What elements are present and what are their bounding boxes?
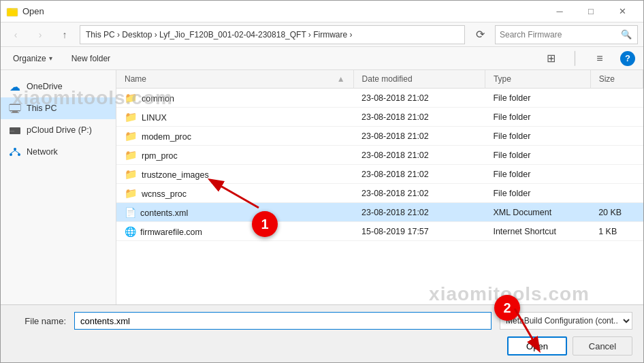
- table-row[interactable]: 📁modem_proc 23-08-2018 21:02 File folder: [116, 127, 643, 146]
- forward-button[interactable]: ›: [31, 25, 50, 44]
- pcloud-icon: ─: [9, 124, 21, 136]
- cell-date: 23-08-2018 21:02: [353, 146, 485, 165]
- cell-name: 📁modem_proc: [116, 127, 353, 146]
- up-button[interactable]: ↑: [55, 25, 74, 44]
- svg-point-9: [18, 153, 20, 156]
- cell-date: 23-08-2018 21:02: [353, 165, 485, 184]
- table-row[interactable]: 📄contents.xml 23-08-2018 21:02 XML Docum…: [116, 203, 643, 222]
- search-input[interactable]: [500, 30, 619, 40]
- cell-size: 20 KB: [590, 203, 643, 222]
- cell-date: 23-08-2018 21:02: [353, 127, 485, 146]
- view-toggle-button[interactable]: ⊞: [542, 49, 561, 68]
- dialog-icon: [6, 5, 18, 18]
- cell-type: XML Document: [485, 203, 590, 222]
- bottom-bar: File name: MetaBuild Configuration (cont…: [1, 304, 643, 362]
- refresh-button[interactable]: ⟳: [470, 25, 489, 44]
- cell-date: 23-08-2018 21:02: [353, 89, 485, 108]
- col-name[interactable]: Name ▲: [116, 70, 353, 89]
- cell-name: 📁common: [116, 89, 353, 108]
- filename-label: File name:: [12, 316, 66, 326]
- cell-size: [590, 165, 643, 184]
- sidebar: ☁ OneDrive This PC: [1, 70, 116, 304]
- close-button[interactable]: ✕: [607, 1, 638, 22]
- cancel-button[interactable]: Cancel: [573, 336, 632, 356]
- window-controls: ─ □ ✕: [544, 1, 638, 22]
- cell-type: File folder: [485, 108, 590, 127]
- onedrive-icon: ☁: [9, 80, 21, 93]
- filename-input[interactable]: [74, 312, 492, 330]
- table-row[interactable]: 📁trustzone_images 23-08-2018 21:02 File …: [116, 165, 643, 184]
- cell-name: 🌐firmwarefile.com: [116, 222, 353, 241]
- svg-point-8: [10, 153, 12, 156]
- cell-name: 📄contents.xml: [116, 203, 353, 222]
- buttons-row: Open Cancel: [12, 336, 632, 356]
- file-area: Name ▲ Date modified Type Size 📁common 2…: [116, 70, 643, 304]
- sidebar-label-thispc: This PC: [27, 104, 57, 113]
- cell-type: File folder: [485, 184, 590, 203]
- table-row[interactable]: 🌐firmwarefile.com 15-08-2019 17:57 Inter…: [116, 222, 643, 241]
- sidebar-item-onedrive[interactable]: ☁ OneDrive: [1, 76, 116, 97]
- help-button[interactable]: ?: [620, 51, 635, 66]
- action-bar: Organize ▾ New folder ⊞ │ ≡ ?: [1, 47, 643, 70]
- col-size[interactable]: Size: [590, 70, 643, 89]
- details-view-button[interactable]: ≡: [590, 49, 609, 68]
- search-icon[interactable]: 🔍: [619, 29, 633, 40]
- dialog-title: Open: [22, 6, 544, 16]
- svg-rect-3: [12, 111, 18, 112]
- sidebar-item-thispc[interactable]: This PC: [1, 97, 116, 119]
- new-folder-button[interactable]: New folder: [67, 51, 114, 66]
- svg-point-7: [14, 148, 16, 151]
- cell-size: [590, 127, 643, 146]
- filename-row: File name: MetaBuild Configuration (cont…: [12, 312, 632, 330]
- navigation-toolbar: ‹ › ↑ This PC › Desktop › Lyf_Jio_F120B_…: [1, 22, 643, 47]
- svg-line-10: [11, 151, 15, 153]
- cell-size: 1 KB: [590, 222, 643, 241]
- cell-size: [590, 89, 643, 108]
- cell-type: File folder: [485, 127, 590, 146]
- svg-rect-4: [11, 112, 19, 113]
- col-type[interactable]: Type: [485, 70, 590, 89]
- svg-rect-2: [10, 105, 20, 110]
- cell-size: [590, 108, 643, 127]
- sidebar-label-onedrive: OneDrive: [27, 82, 63, 91]
- minimize-button[interactable]: ─: [544, 1, 575, 22]
- cell-type: File folder: [485, 146, 590, 165]
- cell-size: [590, 146, 643, 165]
- table-row[interactable]: 📁wcnss_proc 23-08-2018 21:02 File folder: [116, 184, 643, 203]
- cell-date: 23-08-2018 21:02: [353, 184, 485, 203]
- network-icon: [9, 146, 21, 158]
- cell-type: Internet Shortcut: [485, 222, 590, 241]
- organize-arrow: ▾: [49, 54, 52, 62]
- table-row[interactable]: 📁common 23-08-2018 21:02 File folder: [116, 89, 643, 108]
- cell-type: File folder: [485, 89, 590, 108]
- cell-name: 📁rpm_proc: [116, 146, 353, 165]
- cell-date: 15-08-2019 17:57: [353, 222, 485, 241]
- sidebar-label-network: Network: [27, 147, 58, 157]
- breadcrumb[interactable]: This PC › Desktop › Lyf_Jio_F120B_001-02…: [80, 25, 465, 44]
- open-button[interactable]: Open: [507, 336, 567, 356]
- thispc-icon: [9, 102, 21, 114]
- cell-name: 📁wcnss_proc: [116, 184, 353, 203]
- sidebar-item-pcloud[interactable]: ─ pCloud Drive (P:): [1, 119, 116, 141]
- maximize-button[interactable]: □: [575, 1, 607, 22]
- breadcrumb-text: This PC › Desktop › Lyf_Jio_F120B_001-02…: [86, 30, 353, 40]
- main-area: ☁ OneDrive This PC: [1, 70, 643, 304]
- table-row[interactable]: 📁LINUX 23-08-2018 21:02 File folder: [116, 108, 643, 127]
- cell-name: 📁LINUX: [116, 108, 353, 127]
- svg-line-11: [15, 151, 19, 153]
- file-table: Name ▲ Date modified Type Size 📁common 2…: [116, 70, 643, 304]
- cell-date: 23-08-2018 21:02: [353, 203, 485, 222]
- cell-size: [590, 184, 643, 203]
- cell-type: File folder: [485, 165, 590, 184]
- search-box: 🔍: [495, 25, 638, 44]
- sidebar-item-network[interactable]: Network: [1, 141, 116, 163]
- organize-button[interactable]: Organize ▾: [9, 51, 57, 66]
- cell-name: 📁trustzone_images: [116, 165, 353, 184]
- table-row[interactable]: 📁rpm_proc 23-08-2018 21:02 File folder: [116, 146, 643, 165]
- svg-text:─: ─: [9, 127, 15, 135]
- col-date[interactable]: Date modified: [353, 70, 485, 89]
- filetype-select[interactable]: MetaBuild Configuration (cont...: [500, 312, 632, 330]
- sidebar-label-pcloud: pCloud Drive (P:): [27, 125, 92, 135]
- back-button[interactable]: ‹: [6, 25, 25, 44]
- title-bar: Open ─ □ ✕: [1, 1, 643, 22]
